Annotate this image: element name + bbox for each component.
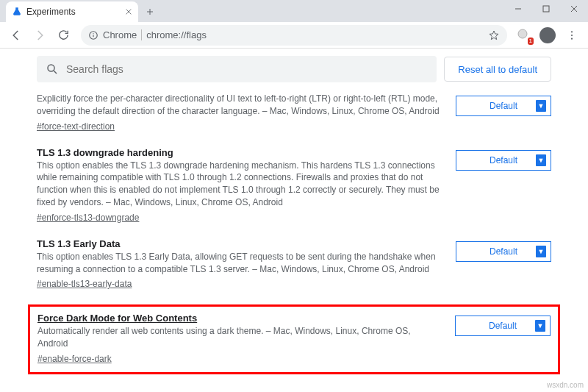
reset-all-button[interactable]: Reset all to default xyxy=(444,57,551,82)
tab-title: Experiments xyxy=(26,7,76,17)
page-content: Reset all to default Explicitly force th… xyxy=(0,49,588,392)
forward-button[interactable] xyxy=(29,25,50,46)
flag-dropdown[interactable]: Default ▼ xyxy=(456,241,551,262)
flag-description: Explicitly force the per-character direc… xyxy=(37,93,441,118)
svg-point-2 xyxy=(93,33,93,34)
search-icon xyxy=(46,63,59,76)
menu-button[interactable] xyxy=(562,25,582,46)
flag-anchor-link[interactable]: #enable-tls13-early-data xyxy=(37,279,132,289)
flag-anchor-link[interactable]: #enforce-tls13-downgrade xyxy=(37,213,139,223)
flag-title: Force Dark Mode for Web Contents xyxy=(37,313,440,324)
flag-description: This option enables the TLS 1.3 downgrad… xyxy=(37,160,441,209)
flag-description: This option enables TLS 1.3 Early Data, … xyxy=(37,251,441,276)
svg-point-3 xyxy=(518,29,527,38)
extension-badge: 1 xyxy=(528,38,534,45)
profile-avatar[interactable] xyxy=(539,27,556,43)
close-window-button[interactable] xyxy=(560,0,588,18)
flag-dropdown[interactable]: Default ▼ xyxy=(456,150,551,171)
address-origin: Chrome xyxy=(103,29,142,40)
svg-point-4 xyxy=(571,31,573,32)
browser-toolbar: Chrome chrome://flags 1 xyxy=(0,22,588,49)
flag-row: TLS 1.3 downgrade hardening This option … xyxy=(37,143,551,234)
flag-dropdown[interactable]: Default ▼ xyxy=(455,316,551,336)
search-flags-box[interactable] xyxy=(37,56,437,82)
svg-point-7 xyxy=(48,65,54,71)
svg-point-5 xyxy=(571,34,573,35)
search-flags-input[interactable] xyxy=(66,63,428,75)
browser-tab[interactable]: Experiments xyxy=(6,1,138,22)
back-button[interactable] xyxy=(6,25,26,46)
flag-row: TLS 1.3 Early Data This option enables T… xyxy=(37,234,551,301)
reload-button[interactable] xyxy=(53,25,74,46)
flag-row: Explicitly force the per-character direc… xyxy=(37,88,551,143)
minimize-button[interactable] xyxy=(504,0,532,18)
flag-row: Force Dark Mode for Web Contents Automat… xyxy=(37,313,551,365)
address-url: chrome://flags xyxy=(146,29,207,40)
flask-icon xyxy=(12,7,22,17)
close-tab-icon[interactable] xyxy=(125,8,132,15)
window-controls xyxy=(504,0,588,18)
flag-description: Automatically render all web contents us… xyxy=(37,325,440,350)
flag-title: TLS 1.3 Early Data xyxy=(37,238,441,249)
new-tab-button[interactable] xyxy=(141,3,159,21)
maximize-button[interactable] xyxy=(532,0,560,18)
titlebar: Experiments xyxy=(0,0,588,22)
flag-dropdown[interactable]: Default ▼ xyxy=(456,96,551,116)
watermark: wsxdn.com xyxy=(547,381,584,389)
flag-anchor-link[interactable]: #force-text-direction xyxy=(37,121,115,132)
bookmark-star-icon[interactable] xyxy=(488,29,500,41)
extension-icon[interactable]: 1 xyxy=(516,27,532,43)
highlighted-flag: Force Dark Mode for Web Contents Automat… xyxy=(28,304,560,374)
svg-point-6 xyxy=(571,38,573,39)
flag-title: TLS 1.3 downgrade hardening xyxy=(37,147,441,158)
flag-anchor-link[interactable]: #enable-force-dark xyxy=(37,354,112,364)
info-icon[interactable] xyxy=(88,30,98,40)
svg-rect-0 xyxy=(543,6,549,12)
address-bar[interactable]: Chrome chrome://flags xyxy=(81,25,507,46)
